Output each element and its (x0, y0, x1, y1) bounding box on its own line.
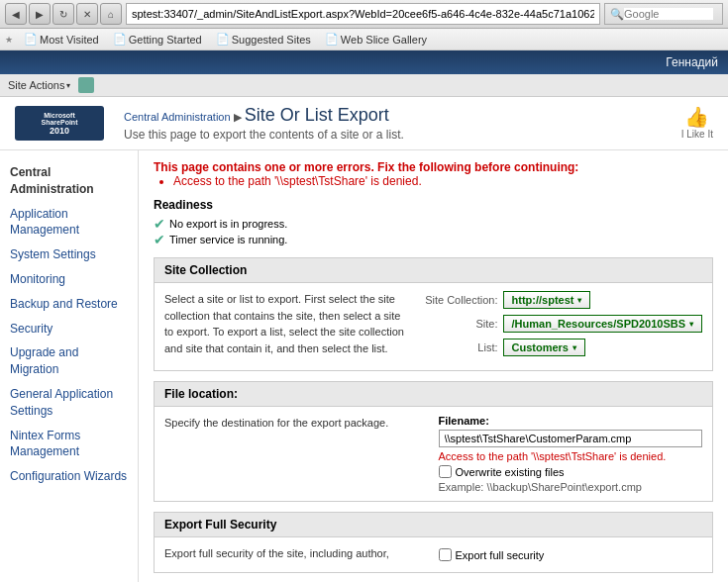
user-name: Геннадий (666, 55, 718, 69)
readiness-box: Readiness ✔ No export is in progress. ✔ … (154, 198, 713, 247)
readiness-item-0: ✔ No export is in progress. (154, 216, 713, 232)
sidebar-item-general-app[interactable]: General Application Settings (0, 382, 138, 424)
site-actions-button[interactable]: Site Actions ▾ (8, 79, 70, 91)
bookmark-icon: ★ (5, 35, 13, 45)
stop-button[interactable]: ✕ (76, 3, 98, 25)
site-collection-section: Site Collection Select a site or list to… (154, 257, 713, 371)
file-error-text: Access to the path '\\sptest\TstShare' i… (439, 450, 703, 462)
overwrite-checkbox[interactable] (439, 465, 452, 478)
breadcrumb-admin[interactable]: Central Administration (124, 111, 231, 123)
export-security-checkbox[interactable] (439, 548, 452, 561)
site-actions-icon (78, 77, 94, 93)
bookmark-icon-mv: 📄 (24, 33, 38, 46)
sidebar-item-monitoring[interactable]: Monitoring (0, 267, 138, 292)
file-location-header: File location: (155, 382, 712, 407)
readiness-title: Readiness (154, 198, 713, 212)
site-collection-body: Select a site or list to export. First s… (155, 283, 712, 370)
bookmarks-bar: ★ 📄 Most Visited 📄 Getting Started 📄 Sug… (0, 29, 728, 50)
sharepoint-logo: MicrosoftSharePoint2010 (15, 106, 104, 141)
export-security-controls: Export full security (439, 545, 703, 564)
i-like-it-icon: 👍 (681, 105, 713, 129)
page-title: Site Or List Export (245, 105, 389, 125)
sidebar-item-backup[interactable]: Backup and Restore (0, 292, 138, 317)
overwrite-checkbox-row: Overwrite existing files (439, 465, 703, 478)
sidebar-item-security[interactable]: Security (0, 317, 138, 341)
bookmark-suggested-sites[interactable]: 📄 Suggested Sites (213, 32, 314, 47)
site-dropdown[interactable]: /Human_Resources/SPD2010SBS ▾ (503, 315, 702, 333)
check-icon-1: ✔ (154, 232, 165, 247)
file-location-body: Specify the destination for the export p… (155, 407, 712, 501)
sidebar-item-system-settings[interactable]: System Settings (0, 242, 138, 267)
readiness-item-1: ✔ Timer service is running. (154, 232, 713, 247)
site-collection-field: Site Collection: http://sptest ▾ (419, 291, 702, 309)
bookmark-most-visited[interactable]: 📄 Most Visited (21, 32, 102, 47)
search-bar: 🔍 (604, 3, 723, 25)
dropdown-arrow-icon: ▾ (577, 296, 581, 305)
file-location-desc: Specify the destination for the export p… (164, 415, 429, 493)
search-icon: 🔍 (610, 8, 624, 21)
site-actions-label: Site Actions (8, 79, 64, 91)
site-collection-label: Site Collection: (419, 294, 498, 306)
file-location-section: File location: Specify the destination f… (154, 381, 713, 502)
site-actions-arrow-icon: ▾ (66, 81, 70, 90)
overwrite-label: Overwrite existing files (456, 466, 565, 478)
filename-label: Filename: (439, 415, 703, 427)
breadcrumb-separator: ▶ (234, 111, 245, 123)
file-location-controls: Filename: Access to the path '\\sptest\T… (439, 415, 703, 493)
example-text: Example: \\backup\SharePoint\export.cmp (439, 481, 703, 493)
site-label: Site: (419, 318, 498, 330)
export-security-header: Export Full Security (155, 513, 712, 537)
error-title: This page contains one or more errors. F… (154, 160, 713, 174)
site-collection-desc: Select a site or list to export. First s… (164, 291, 409, 362)
filename-input[interactable] (439, 430, 703, 447)
nav-buttons: ◀ ▶ ↻ ✕ ⌂ (5, 3, 122, 25)
forward-button[interactable]: ▶ (29, 3, 51, 25)
export-security-checkbox-row: Export full security (439, 548, 703, 561)
error-box: This page contains one or more errors. F… (154, 160, 713, 188)
list-dropdown[interactable]: Customers ▾ (503, 339, 585, 356)
back-button[interactable]: ◀ (5, 3, 27, 25)
list-field: List: Customers ▾ (419, 339, 702, 356)
breadcrumb-area: Central Administration ▶ Site Or List Ex… (124, 105, 404, 142)
title-bar: MicrosoftSharePoint2010 Central Administ… (0, 97, 728, 150)
check-icon-0: ✔ (154, 216, 165, 232)
list-dropdown-arrow-icon: ▾ (572, 343, 576, 352)
sidebar: Central Administration Application Manag… (0, 150, 139, 582)
sidebar-item-config-wizards[interactable]: Configuration Wizards (0, 464, 138, 489)
home-button[interactable]: ⌂ (100, 3, 122, 25)
site-collection-controls: Site Collection: http://sptest ▾ Site: /… (419, 291, 702, 362)
browser-toolbar: ◀ ▶ ↻ ✕ ⌂ 🔍 (0, 0, 728, 29)
export-security-section: Export Full Security Export full securit… (154, 512, 713, 573)
sp-logo: MicrosoftSharePoint2010 Central Administ… (15, 105, 404, 142)
content-area: This page contains one or more errors. F… (139, 150, 728, 582)
main-layout: Central Administration Application Manag… (0, 150, 728, 582)
search-input[interactable] (624, 8, 713, 20)
bookmark-icon-gs: 📄 (113, 33, 127, 46)
bookmark-getting-started[interactable]: 📄 Getting Started (110, 32, 205, 47)
export-security-label: Export full security (456, 549, 545, 561)
export-security-body: Export full security of the site, includ… (155, 537, 712, 572)
error-item-0: Access to the path '\\sptest\TstShare' i… (173, 174, 713, 188)
page-description: Use this page to export the contents of … (124, 128, 404, 142)
sidebar-section-header: Central Administration (0, 160, 138, 202)
site-dropdown-arrow-icon: ▾ (689, 320, 693, 329)
site-field: Site: /Human_Resources/SPD2010SBS ▾ (419, 315, 702, 333)
sidebar-item-upgrade[interactable]: Upgrade and Migration (0, 340, 138, 382)
site-collection-dropdown[interactable]: http://sptest ▾ (503, 291, 591, 309)
site-actions-bar: Site Actions ▾ (0, 74, 728, 97)
bookmark-icon-ss: 📄 (216, 33, 230, 46)
sidebar-item-nintex[interactable]: Nintex Forms Management (0, 424, 138, 465)
sidebar-item-app-mgmt[interactable]: Application Management (0, 202, 138, 243)
list-label: List: (419, 341, 498, 353)
bookmark-web-slice[interactable]: 📄 Web Slice Gallery (322, 32, 430, 47)
i-like-it-button[interactable]: 👍 I Like It (681, 105, 713, 140)
bookmark-icon-ws: 📄 (325, 33, 339, 46)
sp-header: Геннадий (0, 50, 728, 74)
site-collection-header: Site Collection (155, 258, 712, 283)
address-bar[interactable] (126, 3, 600, 25)
export-security-desc: Export full security of the site, includ… (164, 545, 429, 564)
refresh-button[interactable]: ↻ (52, 3, 74, 25)
